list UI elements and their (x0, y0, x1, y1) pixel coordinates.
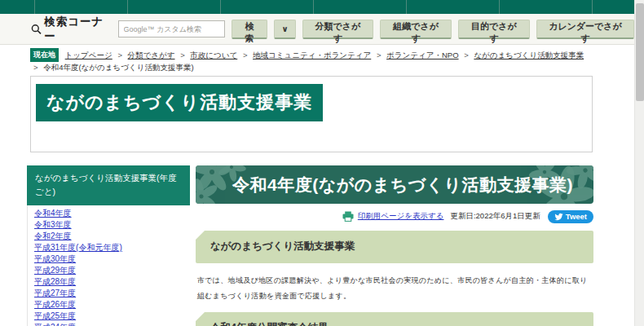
sidebar-item-reiwa2[interactable]: 令和2年度 (28, 231, 190, 242)
breadcrumb: 現在地 トップページ > 分類でさがす > 市政について > 地域コミュニティ・… (30, 48, 620, 73)
search-dropdown-button[interactable]: ∨ (274, 20, 295, 39)
top-nav-segment[interactable] (0, 0, 35, 14)
top-nav-segment[interactable] (500, 0, 593, 14)
breadcrumb-line-1: 現在地 トップページ > 分類でさがす > 市政について > 地域コミュニティ・… (30, 48, 620, 62)
section-heading-overview: ながのまちづくり活動支援事業 (196, 231, 593, 263)
breadcrumb-link-support-project[interactable]: ながのまちづくり活動支援事業 (474, 51, 584, 59)
breadcrumb-current-page: 令和4年度(ながのまちづくり活動支援事業) (43, 63, 193, 72)
browse-by-category-button[interactable]: 分類でさがす (302, 20, 374, 39)
breadcrumb-separator: > (243, 51, 248, 59)
sidebar-title: ながのまちづくり活動支援事業(年度ごと) (27, 165, 190, 205)
print-page-link[interactable]: 印刷用ページを表示する (358, 211, 444, 222)
tweet-label: Tweet (566, 212, 587, 221)
page-title-box: ながのまちづくり活動支援事業 (30, 76, 593, 152)
page-title: ながのまちづくり活動支援事業 (36, 84, 323, 121)
browse-by-organization-button[interactable]: 組織でさがす (380, 20, 452, 39)
browse-by-purpose-button[interactable]: 目的でさがす (458, 20, 530, 39)
article-banner-title: 令和4年度(ながのまちづくり活動支援事業) (232, 174, 573, 196)
main-content: 令和4年度(ながのまちづくり活動支援事業) 印刷用ページを表示する 更新日:20… (196, 165, 593, 326)
search-icon (31, 24, 42, 35)
breadcrumb-separator: > (180, 51, 185, 59)
top-nav-segment[interactable] (407, 0, 500, 14)
top-nav-segment[interactable] (314, 0, 407, 14)
sidebar-item-heisei28[interactable]: 平成28年度 (28, 276, 190, 288)
top-nav-segment[interactable] (128, 0, 221, 14)
breadcrumb-link-community[interactable]: 地域コミュニティ・ボランティア (253, 51, 371, 59)
breadcrumb-link-category[interactable]: 分類でさがす (128, 51, 175, 59)
search-input[interactable] (118, 20, 225, 37)
article-meta-row: 印刷用ページを表示する 更新日:2022年6月1日更新 Tweet (196, 209, 593, 223)
sidebar-item-heisei26[interactable]: 平成26年度 (28, 299, 190, 311)
chevron-down-icon: ∨ (281, 24, 288, 33)
sidebar-yearly-menu: ながのまちづくり活動支援事業(年度ごと) 令和4年度 令和3年度 令和2年度 平… (27, 165, 190, 326)
section-heading-review-results: 令和4年度公開審査会結果 (196, 312, 593, 326)
sidebar-item-heisei24[interactable]: 平成24年度 (28, 322, 190, 326)
overview-paragraph: 市では、地域及び地区の課題解決や、より豊かな市民社会の実現のために、市民の皆さん… (197, 273, 593, 304)
top-nav-segment[interactable] (593, 0, 634, 14)
page-scrollbar[interactable] (634, 0, 644, 326)
tweet-button[interactable]: Tweet (548, 210, 593, 223)
search-corner-text: 検索コーナー (44, 15, 112, 44)
sidebar-item-heisei30[interactable]: 平成30年度 (28, 253, 190, 265)
breadcrumb-link-top-page[interactable]: トップページ (65, 51, 112, 59)
scrollbar-thumb[interactable] (636, 3, 644, 101)
sidebar-item-heisei29[interactable]: 平成29年度 (28, 265, 190, 276)
breadcrumb-separator: > (117, 51, 122, 59)
search-corner-bar: 検索コーナー 検索 ∨ 分類でさがす 組織でさがす 目的でさがす カレンダーでさ… (0, 14, 634, 45)
twitter-bird-icon (554, 212, 563, 221)
breadcrumb-line-2: > 令和4年度(ながのまちづくり活動支援事業) (30, 62, 620, 73)
breadcrumb-link-city-government[interactable]: 市政について (190, 51, 237, 59)
search-corner-label: 検索コーナー (31, 15, 112, 44)
sidebar-item-reiwa4[interactable]: 令和4年度 (28, 208, 190, 219)
current-location-badge: 現在地 (30, 48, 59, 62)
breadcrumb-separator: > (377, 51, 382, 59)
sidebar-item-heisei27[interactable]: 平成27年度 (28, 288, 190, 299)
top-nav-segment[interactable] (35, 0, 128, 14)
top-nav-segment[interactable] (221, 0, 314, 14)
breadcrumb-separator: > (33, 63, 38, 72)
breadcrumb-separator: > (464, 51, 469, 59)
printer-icon (342, 211, 354, 222)
sidebar-item-heisei25[interactable]: 平成25年度 (28, 311, 190, 322)
article-banner: 令和4年度(ながのまちづくり活動支援事業) (196, 165, 593, 204)
sidebar-year-list: 令和4年度 令和3年度 令和2年度 平成31年度(令和元年度) 平成30年度 平… (27, 205, 190, 326)
breadcrumb-link-npo[interactable]: ボランティア・NPO (386, 51, 458, 59)
browse-by-calendar-button[interactable]: カレンダーでさがす (536, 20, 634, 39)
sidebar-item-heisei31[interactable]: 平成31年度(令和元年度) (28, 242, 190, 253)
sidebar-item-reiwa3[interactable]: 令和3年度 (28, 219, 190, 231)
updated-date: 更新日:2022年6月1日更新 (450, 211, 540, 222)
search-button[interactable]: 検索 (232, 20, 268, 39)
top-nav-bar (0, 0, 634, 14)
